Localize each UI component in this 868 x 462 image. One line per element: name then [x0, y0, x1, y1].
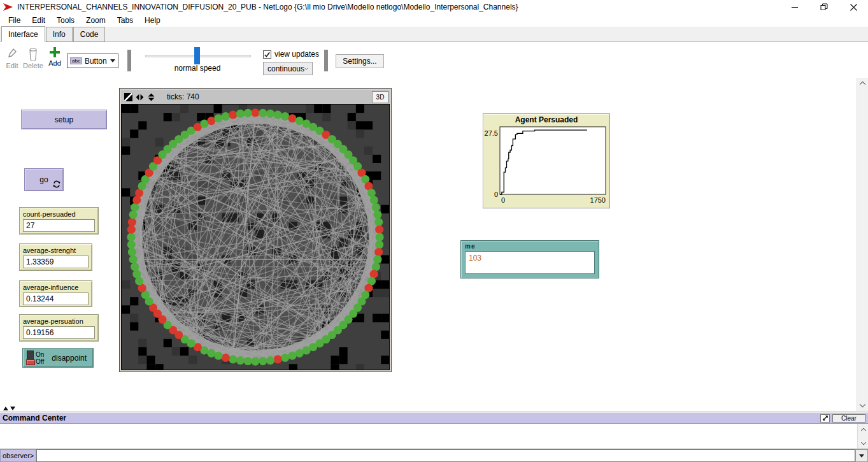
command-center-header: Command Center Clear [0, 412, 868, 423]
switch-slot[interactable] [27, 350, 34, 365]
view-updates-label: view updates [274, 50, 319, 59]
widget-type-dropdown[interactable]: abc Button [67, 54, 118, 68]
vertical-arrows-icon[interactable] [147, 93, 155, 101]
widget-type-value: Button [85, 57, 110, 66]
menu-tools[interactable]: Tools [52, 15, 79, 26]
edit-widget-button[interactable]: Edit [3, 48, 22, 69]
clear-button[interactable]: Clear [832, 414, 865, 422]
view-resize-icon[interactable] [124, 93, 132, 101]
close-button[interactable] [839, 0, 868, 14]
go-button-label: go [39, 175, 48, 184]
delete-widget-label: Delete [22, 62, 45, 69]
go-button[interactable]: go [24, 168, 64, 191]
scroll-up-icon[interactable] [858, 424, 868, 435]
monitor-label: average-strenght [23, 247, 89, 254]
plot-title: Agent Persuaded [483, 114, 609, 124]
canvas-vertical-scrollbar[interactable] [857, 78, 868, 411]
pencil-icon [7, 48, 17, 61]
switch-off-label: Off [36, 358, 44, 365]
edit-widget-label: Edit [3, 62, 22, 69]
checkmark-icon [264, 51, 271, 58]
toolbar-separator [127, 50, 131, 71]
me-input-box[interactable]: me 103 [460, 240, 599, 278]
svg-text:27.5: 27.5 [485, 129, 498, 137]
netlogo-logo-icon [3, 3, 13, 11]
disappoint-switch[interactable]: On Off disappoint [22, 348, 94, 368]
scroll-up-icon[interactable] [857, 78, 868, 89]
monitor-value: 27 [23, 219, 95, 232]
interface-toolbar: Edit Delete Add abc Button normal speed [0, 43, 868, 78]
tab-info[interactable]: Info [46, 27, 73, 42]
switch-handle-off[interactable] [26, 359, 35, 365]
expand-command-center-button[interactable] [820, 414, 830, 422]
monitor-label: average-influence [23, 284, 89, 291]
button-widget-icon: abc [70, 57, 82, 64]
window-title: INTERPERSONAL_CHANNELS_INNOVATION_DIFFUS… [17, 3, 780, 11]
horizontal-arrows-icon[interactable] [136, 93, 144, 101]
world-2d-view[interactable] [121, 104, 390, 370]
command-input[interactable] [36, 449, 855, 462]
splitter-down-icon[interactable] [10, 407, 15, 410]
chevron-down-icon [110, 59, 115, 62]
add-widget-label: Add [46, 59, 64, 67]
trash-icon [29, 48, 38, 61]
monitor-average-influence: average-influence 0.13244 [19, 280, 92, 307]
interface-canvas: setup go count-persuaded 27 average-stre… [0, 78, 857, 412]
switch-on-label: On [36, 351, 44, 358]
speed-slider-label: normal speed [153, 64, 242, 73]
setup-button-label: setup [55, 115, 73, 124]
ticks-counter: ticks: 740 [167, 92, 372, 101]
monitor-value: 0.13244 [23, 292, 89, 305]
menu-help[interactable]: Help [140, 15, 165, 26]
chevron-down-icon [304, 66, 308, 71]
menu-edit[interactable]: Edit [27, 15, 50, 26]
3d-view-button[interactable]: 3D [372, 91, 388, 103]
view-updates-control[interactable]: view updates [263, 50, 319, 59]
monitor-value: 0.19156 [23, 326, 95, 339]
command-history-dropdown[interactable] [855, 449, 868, 462]
command-center-output[interactable] [0, 423, 868, 449]
agent-persuaded-plot: Agent Persuaded 027.501750 [483, 113, 610, 208]
expand-diagonal-icon [822, 415, 829, 421]
output-scrollbar[interactable] [857, 424, 868, 449]
title-bar: INTERPERSONAL_CHANNELS_INNOVATION_DIFFUS… [0, 0, 868, 14]
monitor-count-persuaded: count-persuaded 27 [19, 207, 99, 235]
minimize-button[interactable] [780, 0, 809, 14]
netlogo-window: INTERPERSONAL_CHANNELS_INNOVATION_DIFFUS… [0, 0, 868, 462]
observer-row: observer> [0, 449, 868, 462]
monitor-label: average-persuation [23, 317, 95, 325]
menu-file[interactable]: File [4, 15, 25, 26]
plus-icon [49, 47, 60, 58]
menu-bar: File Edit Tools Zoom Tabs Help [0, 14, 868, 27]
menu-zoom[interactable]: Zoom [82, 15, 110, 26]
tab-strip: Interface Info Code [0, 27, 868, 42]
tab-interface[interactable]: Interface [1, 26, 45, 42]
update-mode-value: continuous [267, 64, 304, 73]
delete-widget-button[interactable]: Delete [22, 48, 45, 69]
observer-prompt: observer> [0, 449, 36, 462]
tab-code[interactable]: Code [73, 27, 106, 42]
restore-button[interactable] [809, 0, 839, 14]
settings-button[interactable]: Settings... [336, 54, 384, 68]
input-box-value[interactable]: 103 [465, 251, 595, 274]
svg-text:0: 0 [494, 191, 498, 198]
scroll-down-icon[interactable] [857, 400, 868, 411]
command-center-title: Command Center [0, 414, 820, 422]
command-center-splitter[interactable] [3, 407, 15, 410]
world-view: ticks: 740 3D [119, 88, 392, 372]
monitor-average-persuation: average-persuation 0.19156 [19, 314, 99, 342]
update-mode-dropdown[interactable]: continuous [263, 62, 313, 75]
view-updates-checkbox[interactable] [263, 50, 271, 59]
setup-button[interactable]: setup [21, 110, 107, 129]
speed-slider-handle[interactable] [194, 47, 200, 64]
add-widget-button[interactable]: Add [46, 47, 64, 67]
scroll-down-icon[interactable] [858, 438, 868, 449]
chevron-down-icon [859, 454, 864, 458]
menu-tabs[interactable]: Tabs [113, 15, 138, 26]
svg-text:1750: 1750 [590, 196, 606, 204]
splitter-up-icon[interactable] [3, 407, 8, 410]
svg-text:0: 0 [501, 196, 505, 204]
plot-area: 027.501750 [483, 124, 609, 207]
forever-icon [53, 180, 60, 188]
monitor-average-strenght: average-strenght 1.33359 [19, 243, 92, 271]
